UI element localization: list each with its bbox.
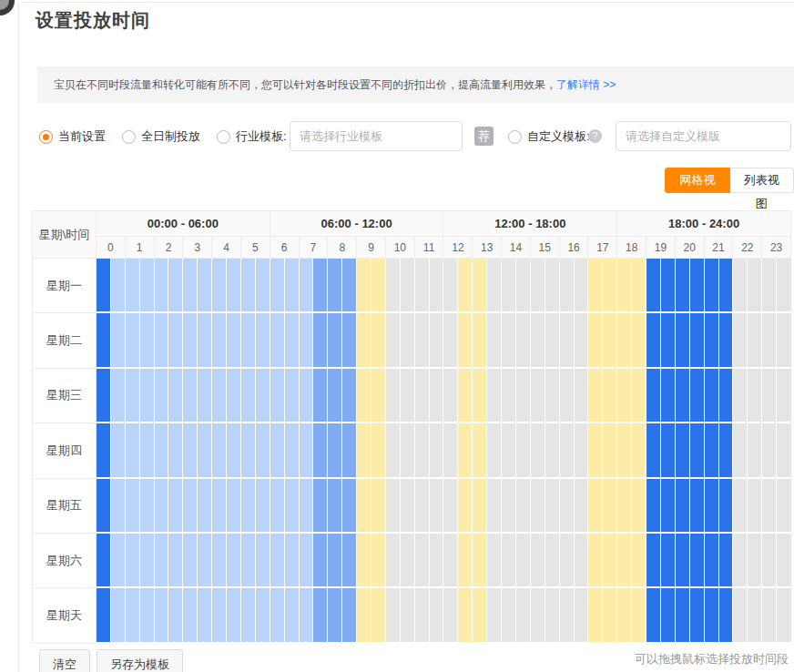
time-cell[interactable]: [328, 479, 342, 534]
time-cell[interactable]: [705, 588, 719, 643]
time-cell[interactable]: [227, 479, 241, 534]
time-cell[interactable]: [285, 313, 300, 368]
time-cell[interactable]: [285, 369, 300, 423]
time-cell[interactable]: [603, 313, 617, 368]
time-cell[interactable]: [733, 588, 748, 643]
time-cell[interactable]: [140, 534, 155, 588]
time-cell[interactable]: [241, 369, 256, 423]
time-cell[interactable]: [603, 369, 617, 423]
time-cell[interactable]: [733, 423, 748, 478]
time-cell[interactable]: [762, 423, 777, 478]
time-cell[interactable]: [762, 369, 777, 423]
time-cell[interactable]: [560, 313, 575, 368]
time-cell[interactable]: [285, 534, 300, 588]
radio-industry-template[interactable]: 行业模板:: [217, 121, 287, 152]
time-cell[interactable]: [733, 534, 748, 588]
time-cell[interactable]: [126, 588, 140, 643]
time-cell[interactable]: [285, 588, 300, 643]
time-cell[interactable]: [516, 588, 531, 643]
time-cell[interactable]: [473, 369, 487, 423]
time-cell[interactable]: [126, 479, 140, 534]
time-cell[interactable]: [676, 588, 690, 643]
time-cell[interactable]: [603, 259, 617, 313]
time-cell[interactable]: [777, 259, 791, 313]
time-cell[interactable]: [183, 423, 198, 478]
time-cell[interactable]: [155, 479, 169, 534]
time-cell[interactable]: [342, 588, 357, 643]
time-cell[interactable]: [256, 369, 270, 423]
time-cell[interactable]: [676, 479, 690, 534]
time-cell[interactable]: [168, 423, 183, 478]
grid-view-button[interactable]: 网格视图: [665, 168, 730, 193]
time-cell[interactable]: [575, 588, 589, 643]
time-cell[interactable]: [661, 259, 676, 313]
time-cell[interactable]: [690, 534, 705, 588]
time-cell[interactable]: [328, 588, 342, 643]
time-cell[interactable]: [241, 423, 256, 478]
time-cell[interactable]: [270, 259, 285, 313]
time-cell[interactable]: [357, 534, 372, 588]
time-cell[interactable]: [111, 259, 126, 313]
time-cell[interactable]: [97, 259, 111, 313]
time-cell[interactable]: [617, 313, 632, 368]
help-icon[interactable]: ?: [588, 129, 602, 143]
time-cell[interactable]: [502, 423, 516, 478]
time-cell[interactable]: [241, 259, 256, 313]
time-cell[interactable]: [241, 479, 256, 534]
time-cell[interactable]: [487, 369, 502, 423]
time-cell[interactable]: [690, 479, 705, 534]
time-cell[interactable]: [748, 369, 762, 423]
time-cell[interactable]: [617, 423, 632, 478]
time-cell[interactable]: [531, 423, 545, 478]
time-cell[interactable]: [357, 588, 372, 643]
time-cell[interactable]: [313, 534, 328, 588]
time-cell[interactable]: [198, 534, 212, 588]
time-cell[interactable]: [168, 534, 183, 588]
time-cell[interactable]: [155, 534, 169, 588]
time-cell[interactable]: [386, 479, 401, 534]
time-cell[interactable]: [443, 534, 458, 588]
time-cell[interactable]: [748, 313, 762, 368]
time-cell[interactable]: [183, 534, 198, 588]
time-cell[interactable]: [560, 534, 575, 588]
time-cell[interactable]: [313, 423, 328, 478]
time-cell[interactable]: [617, 534, 632, 588]
time-cell[interactable]: [690, 588, 705, 643]
time-cell[interactable]: [155, 259, 169, 313]
time-cell[interactable]: [646, 534, 661, 588]
time-cell[interactable]: [430, 259, 444, 313]
time-cell[interactable]: [719, 313, 734, 368]
time-cell[interactable]: [111, 479, 126, 534]
time-cell[interactable]: [531, 588, 545, 643]
time-cell[interactable]: [719, 479, 734, 534]
time-cell[interactable]: [415, 313, 430, 368]
time-cell[interactable]: [430, 588, 444, 643]
time-cell[interactable]: [386, 313, 401, 368]
time-cell[interactable]: [705, 534, 719, 588]
time-cell[interactable]: [401, 369, 415, 423]
time-cell[interactable]: [430, 479, 444, 534]
time-cell[interactable]: [300, 588, 314, 643]
time-cell[interactable]: [300, 534, 314, 588]
time-cell[interactable]: [777, 479, 791, 534]
time-cell[interactable]: [111, 588, 126, 643]
time-cell[interactable]: [313, 313, 328, 368]
time-cell[interactable]: [516, 534, 531, 588]
time-cell[interactable]: [386, 423, 401, 478]
time-cell[interactable]: [401, 534, 415, 588]
time-cell[interactable]: [603, 588, 617, 643]
time-cell[interactable]: [502, 259, 516, 313]
time-cell[interactable]: [256, 534, 270, 588]
time-cell[interactable]: [443, 313, 458, 368]
time-cell[interactable]: [386, 588, 401, 643]
time-cell[interactable]: [719, 534, 734, 588]
time-cell[interactable]: [777, 313, 791, 368]
learn-more-link[interactable]: 了解详情 >>: [556, 78, 616, 91]
time-cell[interactable]: [126, 313, 140, 368]
time-cell[interactable]: [155, 313, 169, 368]
time-cell[interactable]: [777, 423, 791, 478]
time-cell[interactable]: [256, 423, 270, 478]
time-cell[interactable]: [560, 588, 575, 643]
time-cell[interactable]: [560, 369, 575, 423]
time-cell[interactable]: [372, 313, 386, 368]
